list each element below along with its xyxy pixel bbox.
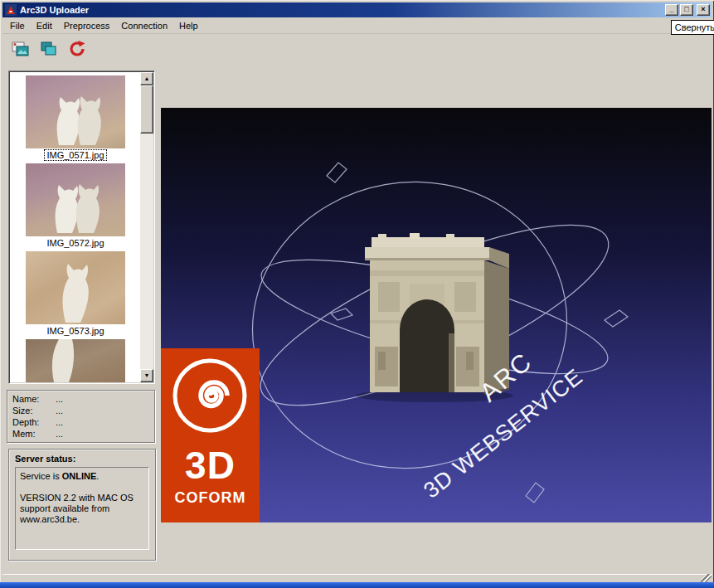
- close-button-icon[interactable]: ×: [697, 4, 710, 16]
- status-bar: [2, 574, 712, 582]
- info-value: ...: [56, 406, 63, 415]
- thumbnail-label[interactable]: IMG_0573.jpg: [44, 325, 106, 337]
- duplicate-images-icon: [40, 41, 58, 57]
- list-item[interactable]: IMG_0572.jpg: [11, 163, 140, 249]
- cat-figurines-photo: [26, 75, 125, 148]
- process-refresh-icon: [68, 40, 86, 58]
- list-item[interactable]: [11, 339, 140, 382]
- server-status-panel: Server status: Service is ONLINE. VERSIO…: [8, 449, 156, 561]
- list-item[interactable]: IMG_0573.jpg: [11, 251, 140, 337]
- logo-coform-text: COFORM: [161, 489, 260, 507]
- info-row: Size: ...: [12, 405, 149, 416]
- cat-figurines-photo: [26, 163, 125, 236]
- service-state: ONLINE: [62, 471, 97, 481]
- thumbnail-label[interactable]: IMG_0572.jpg: [44, 237, 106, 249]
- window-title: Arc3D Uploader: [20, 5, 665, 15]
- cat-figurine-photo: [26, 339, 125, 382]
- info-label: Depth:: [12, 417, 56, 427]
- info-label: Mem:: [12, 429, 56, 439]
- image-list: IMG_0571.jpg IMG_0572.jpg IMG_0573.: [8, 70, 155, 384]
- image-list-content: IMG_0571.jpg IMG_0572.jpg IMG_0573.: [11, 73, 140, 382]
- info-row: Mem: ...: [12, 428, 149, 440]
- logo-3d-text: 3D: [161, 446, 260, 484]
- title-bar[interactable]: Arc3D Uploader _ □ ×: [2, 2, 712, 17]
- thumbnail-image[interactable]: [26, 251, 125, 324]
- info-value: ...: [56, 394, 63, 404]
- maximize-button-icon[interactable]: □: [680, 4, 693, 16]
- version-text: VERSION 2.2 with MAC OS support availabl…: [20, 493, 144, 525]
- menu-edit[interactable]: Edit: [31, 18, 58, 33]
- minimize-button-icon[interactable]: _: [665, 4, 678, 16]
- menu-connection[interactable]: Connection: [115, 18, 173, 33]
- process-button[interactable]: [66, 39, 88, 59]
- info-value: ...: [56, 429, 63, 439]
- info-row: Depth: ...: [12, 416, 149, 428]
- menu-bar: File Edit Preprocess Connection Help: [2, 17, 712, 34]
- duplicate-images-button[interactable]: [38, 39, 60, 59]
- toolbar: [2, 35, 712, 62]
- service-suffix: .: [96, 471, 99, 481]
- info-label: Size:: [12, 406, 56, 415]
- thumbnail-image[interactable]: [26, 163, 125, 236]
- app-icon: [5, 4, 17, 16]
- thumbnail-label[interactable]: IMG_0571.jpg: [44, 149, 106, 161]
- resize-grip[interactable]: [701, 574, 712, 582]
- list-item[interactable]: IMG_0571.jpg: [11, 75, 140, 161]
- scrollbar-thumb[interactable]: [140, 85, 153, 134]
- info-row: Name: ...: [12, 393, 149, 405]
- service-prefix: Service is: [20, 471, 62, 481]
- spiral-icon: [161, 348, 260, 440]
- scroll-down-icon[interactable]: ▼: [140, 369, 153, 382]
- taskbar-edge: [0, 582, 714, 588]
- add-images-icon: [12, 41, 30, 57]
- scroll-up-icon[interactable]: ▲: [140, 72, 153, 85]
- image-info-panel: Name: ... Size: ... Depth: ... Mem: ...: [7, 390, 155, 443]
- thumbnail-image[interactable]: [26, 75, 125, 148]
- service-line: Service is ONLINE.: [20, 471, 144, 482]
- menu-help[interactable]: Help: [173, 18, 204, 33]
- add-images-button[interactable]: [10, 39, 32, 59]
- minimize-tooltip: Свернуть: [671, 20, 714, 35]
- server-status-heading: Server status:: [15, 454, 149, 464]
- app-window: Arc3D Uploader _ □ × File Edit Preproces…: [0, 0, 714, 588]
- cat-figurine-photo: [26, 251, 125, 324]
- coform-logo: 3D COFORM: [161, 348, 260, 522]
- menu-preprocess[interactable]: Preprocess: [58, 18, 116, 33]
- server-status-message: Service is ONLINE. VERSION 2.2 with MAC …: [15, 467, 149, 550]
- menu-file[interactable]: File: [4, 18, 31, 33]
- info-value: ...: [56, 417, 63, 427]
- info-label: Name:: [12, 394, 56, 404]
- list-scrollbar[interactable]: ▲ ▼: [140, 72, 153, 382]
- thumbnail-image[interactable]: [26, 339, 125, 382]
